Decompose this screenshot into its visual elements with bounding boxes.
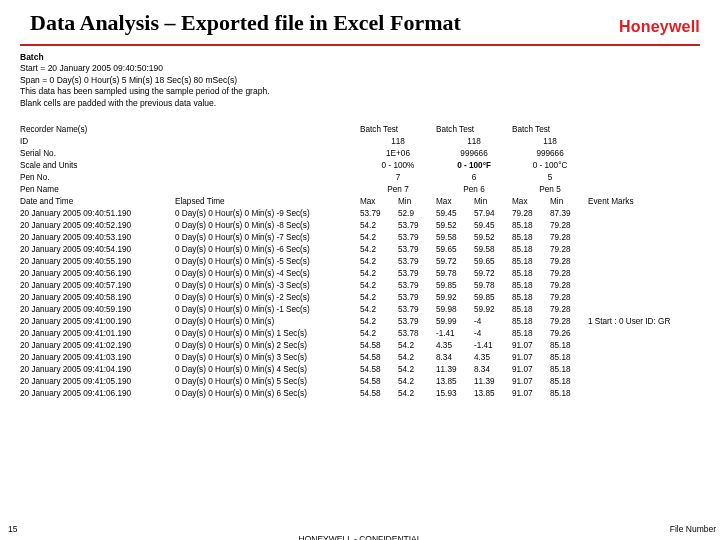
cell-p5min: 85.18 <box>550 363 588 375</box>
cell-p6min: 59.45 <box>474 219 512 231</box>
cell-p7min: 53.79 <box>398 291 436 303</box>
cell-p7max: 54.2 <box>360 255 398 267</box>
cell-el: 0 Day(s) 0 Hour(s) 0 Min(s) 1 Sec(s) <box>175 327 360 339</box>
cell-p6min: 57.94 <box>474 207 512 219</box>
cell-p5max: 85.18 <box>512 327 550 339</box>
col1-id: 118 <box>360 135 436 147</box>
cell-p5max: 91.07 <box>512 387 550 399</box>
cell-dt: 20 January 2005 09:41:05.190 <box>20 375 175 387</box>
cell-ev <box>588 363 702 375</box>
cell-p6min: 59.78 <box>474 279 512 291</box>
cell-dt: 20 January 2005 09:40:57.190 <box>20 279 175 291</box>
cell-p7max: 54.58 <box>360 339 398 351</box>
h-min2: Min <box>474 195 512 207</box>
lbl-scale: Scale and Units <box>20 159 175 171</box>
cell-el: 0 Day(s) 0 Hour(s) 0 Min(s) -3 Sec(s) <box>175 279 360 291</box>
cell-dt: 20 January 2005 09:40:59.190 <box>20 303 175 315</box>
cell-p5min: 85.18 <box>550 339 588 351</box>
lbl-id: ID <box>20 135 175 147</box>
cell-ev: 1 Start : 0 User ID: GR <box>588 315 702 327</box>
col3-penname: Pen 5 <box>512 183 588 195</box>
cell-p5max: 85.18 <box>512 303 550 315</box>
cell-dt: 20 January 2005 09:40:52.190 <box>20 219 175 231</box>
batch-start: Start = 20 January 2005 09:40:50:190 <box>20 63 702 74</box>
col2-penname: Pen 6 <box>436 183 512 195</box>
h-max3: Max <box>512 195 550 207</box>
col1-penname: Pen 7 <box>360 183 436 195</box>
cell-p6max: 59.99 <box>436 315 474 327</box>
cell-p7max: 54.2 <box>360 267 398 279</box>
cell-ev <box>588 231 702 243</box>
cell-el: 0 Day(s) 0 Hour(s) 0 Min(s) 5 Sec(s) <box>175 375 360 387</box>
cell-p6max: 59.65 <box>436 243 474 255</box>
cell-p7max: 54.2 <box>360 315 398 327</box>
meta-table: Recorder Name(s) Batch Test Batch Test B… <box>20 123 702 207</box>
cell-dt: 20 January 2005 09:40:56.190 <box>20 267 175 279</box>
table-row: 20 January 2005 09:40:53.1900 Day(s) 0 H… <box>20 231 702 243</box>
batch-label: Batch <box>20 52 702 63</box>
cell-p6max: 59.98 <box>436 303 474 315</box>
cell-p7min: 54.2 <box>398 363 436 375</box>
cell-p5min: 87.39 <box>550 207 588 219</box>
col1-penno: 7 <box>360 171 436 183</box>
col2-penno: 6 <box>436 171 512 183</box>
cell-p6max: 8.34 <box>436 351 474 363</box>
h-min3: Min <box>550 195 588 207</box>
col3-id: 118 <box>512 135 588 147</box>
confidential-label: HONEYWELL - CONFIDENTIAL <box>0 534 720 540</box>
cell-p5max: 85.18 <box>512 231 550 243</box>
col1-batchtest: Batch Test <box>360 123 436 135</box>
table-row: 20 January 2005 09:41:05.1900 Day(s) 0 H… <box>20 375 702 387</box>
cell-ev <box>588 267 702 279</box>
cell-dt: 20 January 2005 09:40:55.190 <box>20 255 175 267</box>
cell-ev <box>588 279 702 291</box>
cell-p7min: 53.78 <box>398 327 436 339</box>
cell-p6max: 4.35 <box>436 339 474 351</box>
cell-el: 0 Day(s) 0 Hour(s) 0 Min(s) -9 Sec(s) <box>175 207 360 219</box>
cell-ev <box>588 351 702 363</box>
table-row: 20 January 2005 09:40:56.1900 Day(s) 0 H… <box>20 267 702 279</box>
lbl-penno: Pen No. <box>20 171 175 183</box>
cell-p5min: 79.28 <box>550 303 588 315</box>
cell-ev <box>588 255 702 267</box>
cell-el: 0 Day(s) 0 Hour(s) 0 Min(s) -2 Sec(s) <box>175 291 360 303</box>
cell-dt: 20 January 2005 09:41:00.190 <box>20 315 175 327</box>
cell-el: 0 Day(s) 0 Hour(s) 0 Min(s) -6 Sec(s) <box>175 243 360 255</box>
batch-span: Span = 0 Day(s) 0 Hour(s) 5 Min(s) 18 Se… <box>20 75 702 86</box>
content-area: Batch Start = 20 January 2005 09:40:50:1… <box>0 52 720 399</box>
cell-ev <box>588 207 702 219</box>
cell-p7min: 52.9 <box>398 207 436 219</box>
cell-p5max: 85.18 <box>512 255 550 267</box>
cell-p6max: 59.78 <box>436 267 474 279</box>
cell-p7min: 53.79 <box>398 255 436 267</box>
col2-id: 118 <box>436 135 512 147</box>
col3-batchtest: Batch Test <box>512 123 588 135</box>
cell-p5min: 79.28 <box>550 219 588 231</box>
lbl-recorder-name: Recorder Name(s) <box>20 123 175 135</box>
cell-ev <box>588 219 702 231</box>
cell-p7max: 54.58 <box>360 351 398 363</box>
cell-p7max: 54.58 <box>360 375 398 387</box>
col1-scale: 0 - 100% <box>360 159 436 171</box>
cell-el: 0 Day(s) 0 Hour(s) 0 Min(s) -8 Sec(s) <box>175 219 360 231</box>
col1-serial: 1E+06 <box>360 147 436 159</box>
batch-note2: Blank cells are padded with the previous… <box>20 98 702 109</box>
table-row: 20 January 2005 09:40:55.1900 Day(s) 0 H… <box>20 255 702 267</box>
cell-dt: 20 January 2005 09:41:04.190 <box>20 363 175 375</box>
cell-ev <box>588 303 702 315</box>
table-row: 20 January 2005 09:40:59.1900 Day(s) 0 H… <box>20 303 702 315</box>
cell-p6max: 59.45 <box>436 207 474 219</box>
lbl-serial: Serial No. <box>20 147 175 159</box>
cell-p7min: 53.79 <box>398 267 436 279</box>
file-number-label: File Number <box>670 524 716 534</box>
batch-info: Batch Start = 20 January 2005 09:40:50:1… <box>20 52 702 109</box>
cell-el: 0 Day(s) 0 Hour(s) 0 Min(s) 6 Sec(s) <box>175 387 360 399</box>
slide-header: Data Analysis – Exported file in Excel F… <box>0 0 720 40</box>
cell-p5min: 79.28 <box>550 267 588 279</box>
table-row: 20 January 2005 09:41:02.1900 Day(s) 0 H… <box>20 339 702 351</box>
col2-scale: 0 - 100°F <box>436 159 512 171</box>
cell-p5min: 79.28 <box>550 315 588 327</box>
table-row: 20 January 2005 09:41:00.1900 Day(s) 0 H… <box>20 315 702 327</box>
cell-p6max: 59.58 <box>436 231 474 243</box>
batch-note1: This data has been sampled using the sam… <box>20 86 702 97</box>
